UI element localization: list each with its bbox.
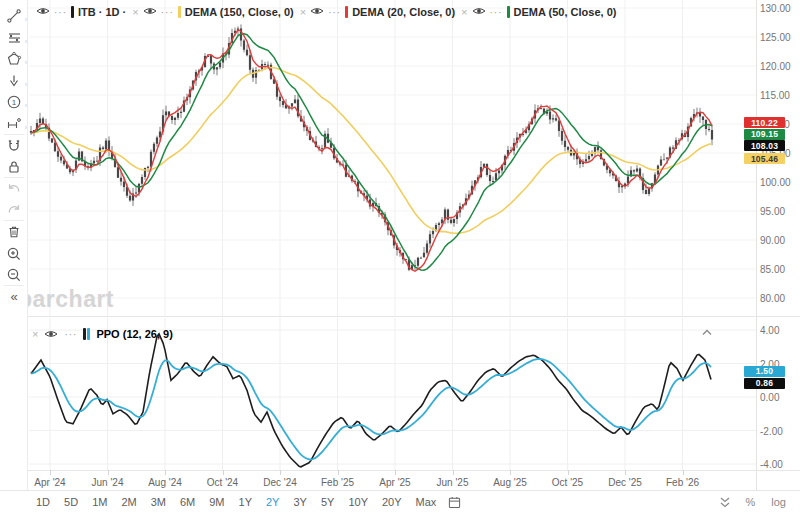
zoom-out-icon[interactable] — [0, 265, 28, 285]
collapse-chart-icon[interactable] — [720, 497, 730, 508]
date-axis-tick — [223, 470, 224, 475]
collapse-toolbar-icon[interactable]: « — [0, 287, 28, 307]
close-icon[interactable]: × — [300, 7, 306, 18]
svg-text:1: 1 — [12, 98, 17, 107]
magnet-icon[interactable] — [0, 136, 28, 156]
date-axis-label[interactable]: Apr '24 — [34, 477, 65, 488]
zoom-in-icon[interactable] — [0, 244, 28, 264]
ppo-axis-label: -4.00 — [760, 459, 800, 470]
date-axis-tick — [338, 470, 339, 475]
range-button-3y[interactable]: 3Y — [287, 494, 312, 510]
redo-icon[interactable] — [0, 200, 28, 220]
shape-tool-icon[interactable]: › — [0, 49, 28, 69]
ppo-axis-label: 0.00 — [760, 392, 800, 403]
arrow-tool-icon[interactable]: › — [0, 71, 28, 91]
chart-legend: ··· ITB · 1D · ×···DEMA (150, Close, 0)×… — [36, 3, 616, 21]
overlay-legend[interactable]: ×···DEMA (150, Close, 0) — [132, 6, 293, 18]
more-options-icon[interactable]: ··· — [64, 329, 77, 340]
date-axis-label[interactable]: Apr '25 — [379, 477, 410, 488]
ppo-value-label: 0.86 — [744, 378, 785, 389]
price-axis-label: 120.00 — [760, 61, 800, 72]
more-options-icon[interactable]: ··· — [490, 7, 503, 18]
eye-icon[interactable] — [472, 6, 486, 18]
symbol-label[interactable]: ITB · 1D · — [78, 6, 126, 18]
annotation-tool-icon[interactable]: 1› — [0, 92, 28, 112]
more-options-icon[interactable]: ··· — [161, 7, 174, 18]
date-axis-label[interactable]: Jun '25 — [437, 477, 469, 488]
overlay-color-chip — [345, 6, 348, 18]
price-axis-label: 115.00 — [760, 90, 800, 101]
overlay-legend[interactable]: ×···DEMA (50, Close, 0) — [461, 6, 616, 18]
eye-icon[interactable] — [310, 6, 324, 18]
date-axis-label[interactable]: Dec '24 — [263, 477, 297, 488]
trendline-tool-icon[interactable]: › — [0, 6, 28, 26]
price-axis-label: 80.00 — [760, 293, 800, 304]
eye-icon[interactable] — [44, 325, 58, 343]
candle-wicks — [31, 24, 712, 271]
date-axis-label[interactable]: Feb '25 — [321, 477, 354, 488]
close-icon[interactable]: × — [461, 7, 467, 18]
eye-icon[interactable] — [36, 6, 50, 18]
range-button-10y[interactable]: 10Y — [342, 494, 374, 510]
ppo-legend-label[interactable]: PPO (12, 26, 9) — [96, 328, 172, 340]
range-button-6m[interactable]: 6M — [174, 494, 201, 510]
range-button-20y[interactable]: 20Y — [376, 494, 408, 510]
log-scale-button[interactable]: log — [771, 496, 786, 508]
date-axis-label[interactable]: Aug '25 — [493, 477, 527, 488]
overlay-legend[interactable]: ×···DEMA (20, Close, 0) — [300, 6, 455, 18]
range-button-1y[interactable]: 1Y — [233, 494, 258, 510]
panel-separator[interactable] — [0, 316, 800, 317]
ppo-axis-label: 4.00 — [760, 325, 800, 336]
date-axis-tick — [453, 470, 454, 475]
price-axis-label: 100.00 — [760, 177, 800, 188]
chart-canvas[interactable] — [0, 0, 800, 490]
range-button-3m[interactable]: 3M — [145, 494, 172, 510]
range-button-1d[interactable]: 1D — [30, 494, 56, 510]
overlay-label[interactable]: DEMA (20, Close, 0) — [352, 6, 455, 18]
symbol-legend[interactable]: ··· ITB · 1D · — [36, 6, 126, 18]
fib-tool-icon[interactable]: › — [0, 28, 28, 48]
chart-application: ››››1››« ··· ITB · 1D · ×···DEMA (150, C… — [0, 0, 800, 513]
calendar-icon[interactable] — [448, 496, 461, 509]
ppo-legend: × ··· PPO (12, 26, 9) — [32, 326, 173, 342]
date-axis-label[interactable]: Oct '25 — [552, 477, 583, 488]
percent-scale-button[interactable]: % — [746, 496, 756, 508]
more-options-icon[interactable]: ··· — [328, 7, 341, 18]
undo-icon[interactable] — [0, 179, 28, 199]
delete-icon[interactable] — [0, 222, 28, 242]
date-axis-label[interactable]: Dec '25 — [608, 477, 642, 488]
date-axis-label[interactable]: Oct '24 — [207, 477, 238, 488]
range-button-9m[interactable]: 9M — [203, 494, 230, 510]
lock-icon[interactable] — [0, 157, 28, 177]
range-button-2y[interactable]: 2Y — [260, 494, 285, 510]
close-icon[interactable]: × — [32, 329, 38, 340]
close-icon[interactable]: × — [132, 7, 138, 18]
overlay-label[interactable]: DEMA (50, Close, 0) — [514, 6, 617, 18]
date-axis-tick — [625, 470, 626, 475]
toolbar-separator — [4, 220, 24, 221]
date-axis-label[interactable]: Feb '26 — [666, 477, 699, 488]
range-button-1m[interactable]: 1M — [86, 494, 113, 510]
range-button-max[interactable]: Max — [410, 494, 443, 510]
date-axis-label[interactable]: Jun '24 — [92, 477, 124, 488]
panel-collapse-icon[interactable] — [701, 327, 713, 337]
overlay-label[interactable]: DEMA (150, Close, 0) — [185, 6, 294, 18]
range-button-2m[interactable]: 2M — [115, 494, 142, 510]
ppo-line-chip — [83, 328, 86, 340]
ppo-value-label: 1.50 — [744, 366, 785, 377]
measure-tool-icon[interactable]: › — [0, 114, 28, 134]
symbol-style-chip — [71, 6, 74, 18]
date-axis-tick — [50, 470, 51, 475]
toolbar-separator — [4, 177, 24, 178]
date-axis-tick — [395, 470, 396, 475]
range-button-5y[interactable]: 5Y — [315, 494, 340, 510]
eye-icon[interactable] — [143, 6, 157, 18]
price-value-label: 109.15 — [744, 129, 785, 140]
barchart-watermark: barchart — [18, 286, 114, 313]
range-toolbar: 1D5D1M2M3M6M9M1Y2Y3Y5Y10Y20YMax % log — [0, 490, 800, 513]
dema150-line — [31, 68, 712, 234]
more-options-icon[interactable]: ··· — [54, 7, 67, 18]
toolbar-separator — [4, 285, 24, 286]
date-axis-label[interactable]: Aug '24 — [148, 477, 182, 488]
range-button-5d[interactable]: 5D — [58, 494, 84, 510]
